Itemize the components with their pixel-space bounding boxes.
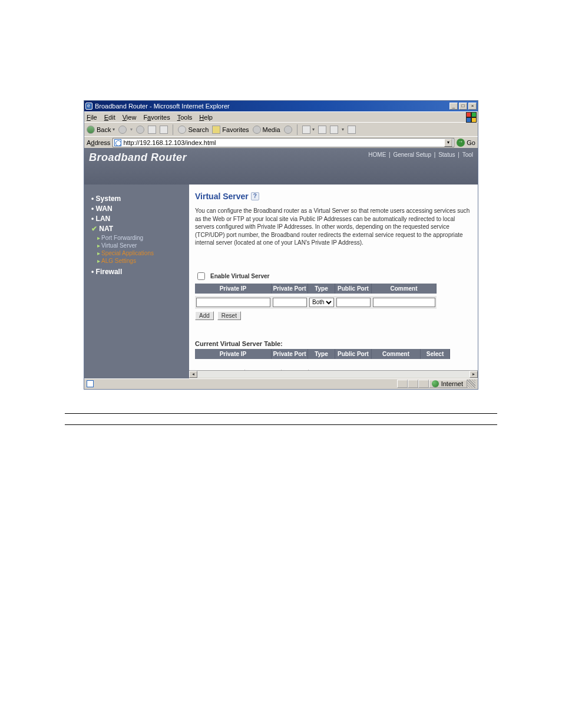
th2-comment: Comment [372, 349, 421, 359]
comment-input[interactable] [373, 298, 435, 307]
private-ip-input[interactable] [196, 298, 270, 307]
media-icon [253, 126, 261, 134]
back-button[interactable]: Back ▾ [87, 126, 115, 134]
sidebar-item-lan[interactable]: LAN [91, 215, 186, 223]
maximize-button[interactable]: □ [459, 103, 467, 110]
search-button[interactable]: Search [178, 126, 209, 134]
document-rule [65, 424, 497, 425]
sidebar-item-special-applications[interactable]: Special Applications [97, 250, 186, 256]
status-internet-zone: Internet [429, 380, 467, 388]
current-table-title: Current Virtual Server Table: [195, 340, 473, 347]
browser-window: Broadband Router - Microsoft Internet Ex… [84, 100, 478, 390]
globe-icon [432, 380, 439, 387]
go-button[interactable]: Go [457, 139, 475, 147]
stop-button[interactable] [136, 126, 144, 134]
router-logo: Broadband Router [89, 151, 187, 164]
th2-private-ip: Private IP [195, 349, 272, 359]
dropdown-icon: ▾ [113, 127, 115, 132]
address-dropdown-icon[interactable]: ▾ [444, 139, 452, 147]
horizontal-scrollbar[interactable]: ◂ ▸ [189, 370, 478, 378]
title-bar: Broadband Router - Microsoft Internet Ex… [84, 101, 478, 111]
public-port-input[interactable] [336, 298, 371, 307]
refresh-button[interactable] [148, 126, 156, 134]
page-heading: Virtual Server ? [195, 192, 473, 201]
current-table-header: Private IP Private Port Type Public Port… [195, 349, 473, 359]
history-button[interactable] [284, 126, 292, 134]
print-button[interactable] [318, 126, 326, 134]
link-home[interactable]: HOME [367, 151, 387, 158]
th2-private-port: Private Port [272, 349, 308, 359]
favorites-button[interactable]: Favorites [212, 126, 249, 134]
sidebar-item-virtual-server[interactable]: Virtual Server [97, 242, 186, 249]
menu-view[interactable]: View [123, 114, 137, 121]
input-table-header: Private IP Private Port Type Public Port… [195, 284, 473, 294]
search-icon [178, 126, 186, 134]
back-icon [87, 126, 95, 134]
media-button[interactable]: Media [253, 126, 280, 134]
home-button[interactable] [160, 126, 168, 134]
toolbar: Back ▾ ▾ Search Favorites Media ▾ ▾ [84, 122, 478, 136]
help-icon[interactable]: ? [251, 192, 259, 200]
status-bar: Internet [84, 378, 478, 389]
discuss-icon [348, 126, 356, 134]
minimize-button[interactable]: _ [449, 103, 458, 110]
forward-button[interactable] [118, 126, 127, 134]
th2-select: Select [421, 349, 450, 359]
enable-virtual-server-checkbox[interactable] [197, 272, 205, 280]
go-icon [457, 139, 465, 147]
th-private-ip: Private IP [195, 284, 272, 294]
enable-row: Enable Virtual Server [195, 271, 473, 282]
page-banner: Broadband Router HOME | General Setup | … [84, 148, 478, 185]
type-select[interactable]: Both [309, 298, 334, 307]
refresh-icon [148, 126, 156, 134]
menu-tools[interactable]: Tools [177, 114, 193, 121]
print-icon [318, 126, 326, 134]
discuss-button[interactable] [348, 126, 356, 134]
address-bar: Address http://192.168.12.103/index.html… [84, 136, 478, 148]
address-input-container: http://192.168.12.103/index.html ▾ [113, 138, 454, 147]
main-content: Virtual Server ? You can configure the B… [189, 185, 478, 378]
sidebar-item-firewall[interactable]: Firewall [91, 268, 186, 276]
sidebar-item-alg-settings[interactable]: ALG Settings [97, 258, 186, 264]
th-private-port: Private Port [272, 284, 308, 294]
sidebar-item-wan[interactable]: WAN [91, 205, 186, 213]
sidebar-item-nat[interactable]: NAT [91, 225, 186, 233]
resize-grip-icon[interactable] [467, 380, 475, 388]
page-icon [114, 139, 121, 146]
mail-button[interactable]: ▾ [302, 126, 315, 134]
th2-public-port: Public Port [335, 349, 372, 359]
private-port-input[interactable] [273, 298, 307, 307]
th2-type: Type [308, 349, 335, 359]
sidebar-item-system[interactable]: System [91, 195, 186, 203]
window-title: Broadband Router - Microsoft Internet Ex… [95, 103, 230, 110]
edit-icon [330, 126, 338, 134]
close-button[interactable]: × [468, 103, 477, 110]
input-table-row: Both [195, 296, 473, 309]
menu-file[interactable]: File [87, 114, 97, 121]
document-rule [65, 413, 497, 414]
home-icon [160, 126, 168, 134]
enable-label: Enable Virtual Server [210, 273, 269, 279]
reset-button[interactable]: Reset [217, 311, 241, 320]
menu-help[interactable]: Help [199, 114, 213, 121]
address-url[interactable]: http://192.168.12.103/index.html [123, 139, 442, 146]
history-icon [284, 126, 292, 134]
scroll-track[interactable] [197, 371, 470, 378]
link-status[interactable]: Status [437, 151, 456, 158]
menu-favorites[interactable]: Favorites [143, 114, 170, 121]
windows-logo-icon [466, 112, 477, 123]
menu-edit[interactable]: Edit [104, 114, 115, 121]
edit-button[interactable] [330, 126, 338, 134]
th-public-port: Public Port [335, 284, 372, 294]
th-comment: Comment [372, 284, 437, 294]
sidebar-item-port-forwarding[interactable]: Port Forwarding [97, 235, 186, 241]
add-button[interactable]: Add [195, 311, 214, 320]
scroll-left-icon[interactable]: ◂ [189, 371, 197, 378]
scroll-right-icon[interactable]: ▸ [470, 371, 478, 378]
status-page-icon [87, 380, 94, 387]
address-label: Address [87, 139, 110, 146]
link-general-setup[interactable]: General Setup [392, 151, 432, 158]
star-icon [212, 126, 220, 134]
page-description: You can configure the Broadband router a… [195, 207, 473, 247]
link-tool[interactable]: Tool [461, 151, 474, 158]
